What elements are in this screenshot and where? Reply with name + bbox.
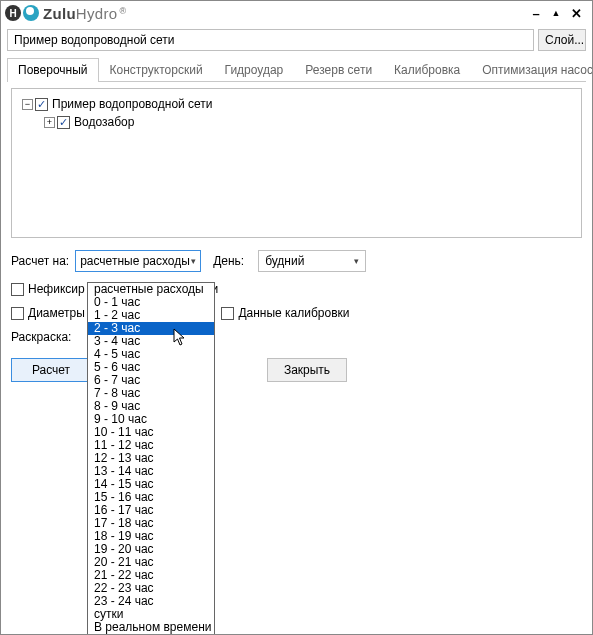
dropdown-option[interactable]: 5 - 6 час [88,361,214,374]
h-icon: H [5,5,21,21]
tree-child-row: + ✓ Водозабор [20,113,573,131]
day-combo[interactable]: будний ▾ [258,250,366,272]
dropdown-option[interactable]: расчетные расходы [88,283,214,296]
maximize-button[interactable]: ▲ [550,7,562,19]
dropdown-option[interactable]: 15 - 16 час [88,491,214,504]
dropdown-option[interactable]: сутки [88,608,214,621]
tree-check-child[interactable]: ✓ [57,116,70,129]
minimize-button[interactable]: – [530,7,542,19]
tree-check-root[interactable]: ✓ [35,98,48,111]
day-label: День: [213,254,244,268]
dropdown-option[interactable]: 13 - 14 час [88,465,214,478]
calc-dropdown[interactable]: расчетные расходы0 - 1 час1 - 2 час2 - 3… [87,282,215,635]
cb-unfixed-label: Нефиксир [28,282,85,296]
dropdown-option[interactable]: 21 - 22 час [88,569,214,582]
app-title: ZuluHydro® [43,5,126,22]
cb-calibration[interactable] [221,307,234,320]
cb-diameters[interactable] [11,307,24,320]
app-icons: H [5,5,39,21]
tab-1[interactable]: Конструкторский [99,58,214,82]
tree-root-row: − ✓ Пример водопроводной сети [20,95,573,113]
cb-diameters-label: Диаметры [28,306,85,320]
dropdown-option[interactable]: 22 - 23 час [88,582,214,595]
dropdown-option[interactable]: 3 - 4 час [88,335,214,348]
dropdown-option[interactable]: 12 - 13 час [88,452,214,465]
dropdown-option[interactable]: 0 - 1 час [88,296,214,309]
dropdown-option[interactable]: 8 - 9 час [88,400,214,413]
dropdown-option[interactable]: 4 - 5 час [88,348,214,361]
window-controls: – ▲ ✕ [530,7,588,19]
registered-icon: ® [119,6,126,16]
dropdown-option[interactable]: 20 - 21 час [88,556,214,569]
tree-root-label[interactable]: Пример водопроводной сети [52,97,213,111]
dropdown-option[interactable]: В реальном времени [88,621,214,634]
dropdown-option[interactable]: 9 - 10 час [88,413,214,426]
colour-label: Раскраска: [11,330,71,344]
day-combo-value: будний [265,254,304,268]
calc-row: Расчет на: расчетные расходы ▾ День: буд… [11,250,582,272]
app-title-bold: Zulu [43,5,76,22]
tree-toggle-root[interactable]: − [22,99,33,110]
title-bar: H ZuluHydro® – ▲ ✕ [1,1,592,25]
tabs: ПоверочныйКонструкторскийГидроударРезерв… [7,57,586,82]
dropdown-option[interactable]: 10 - 11 час [88,426,214,439]
dropdown-option[interactable]: 17 - 18 час [88,517,214,530]
chevron-down-icon: ▾ [191,256,196,266]
calc-combo-value: расчетные расходы [80,254,190,268]
dropdown-option[interactable]: 11 - 12 час [88,439,214,452]
dropdown-option[interactable]: 7 - 8 час [88,387,214,400]
tab-5[interactable]: Оптимизация насосов [471,58,593,82]
tree-toggle-child[interactable]: + [44,117,55,128]
calc-button[interactable]: Расчет [11,358,91,382]
dropdown-option[interactable]: 14 - 15 час [88,478,214,491]
layer-button[interactable]: Слой... [538,29,586,51]
tree-child-label[interactable]: Водозабор [74,115,134,129]
network-name-input[interactable] [7,29,534,51]
dropdown-option[interactable]: 2 - 3 час [88,322,214,335]
cb-unfixed[interactable] [11,283,24,296]
tree-box: − ✓ Пример водопроводной сети + ✓ Водоза… [11,88,582,238]
cb-calibration-label: Данные калибровки [238,306,349,320]
dropdown-option[interactable]: 18 - 19 час [88,530,214,543]
calc-label: Расчет на: [11,254,69,268]
network-row: Слой... [1,25,592,55]
dropdown-option[interactable]: 1 - 2 час [88,309,214,322]
tab-4[interactable]: Калибровка [383,58,471,82]
dropdown-option[interactable]: 6 - 7 час [88,374,214,387]
tab-0[interactable]: Поверочный [7,58,99,82]
close-dialog-button[interactable]: Закрыть [267,358,347,382]
tab-3[interactable]: Резерв сети [294,58,383,82]
close-button[interactable]: ✕ [570,7,582,19]
app-title-thin: Hydro [76,5,118,22]
tab-2[interactable]: Гидроудар [214,58,295,82]
droplet-icon [23,5,39,21]
chevron-down-icon: ▾ [354,256,359,266]
dropdown-option[interactable]: 19 - 20 час [88,543,214,556]
dropdown-option[interactable]: 23 - 24 час [88,595,214,608]
dropdown-option[interactable]: 16 - 17 час [88,504,214,517]
calc-combo[interactable]: расчетные расходы ▾ [75,250,201,272]
